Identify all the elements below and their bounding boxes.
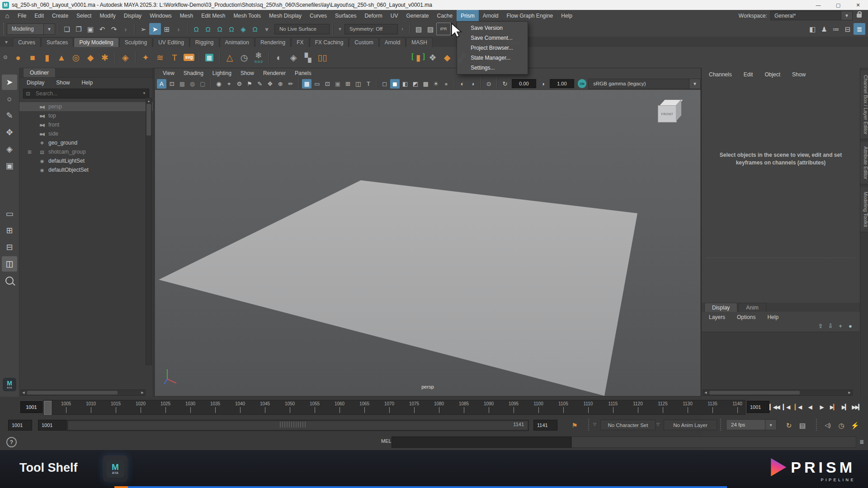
current-frame-field[interactable]: 1001: [747, 401, 769, 413]
shelf-tab-curves[interactable]: Curves: [13, 38, 41, 47]
toolbar-grip[interactable]: [719, 419, 722, 431]
viewport-menu-shading[interactable]: Shading: [179, 68, 208, 78]
panel-divider[interactable]: [706, 258, 855, 258]
panel-horizontal-scrollbar[interactable]: ◀ ▶: [703, 389, 853, 396]
playback-loop-icon[interactable]: ↻: [783, 419, 795, 431]
menu-mesh-display[interactable]: Mesh Display: [265, 10, 306, 21]
menu-cache[interactable]: Cache: [433, 10, 457, 21]
clip-editor-icon[interactable]: ▤: [797, 419, 808, 431]
shelf-tab-rigging[interactable]: Rigging: [190, 38, 219, 47]
shelf-tab-sculpting[interactable]: Sculpting: [119, 38, 152, 47]
motion-blur-icon[interactable]: ◑: [468, 79, 477, 89]
menu-set-selector[interactable]: Modeling ▼: [7, 23, 55, 35]
bookmark-add-icon[interactable]: ⚑: [569, 419, 580, 431]
multi-cut-icon[interactable]: ▮: [411, 50, 425, 65]
channel-box-toggle-icon[interactable]: ≔: [830, 23, 842, 35]
field-chart-icon[interactable]: ⊞: [343, 79, 353, 89]
character-set-arrow-icon[interactable]: ▽: [593, 422, 596, 427]
shelf-tab-fx-caching[interactable]: FX Caching: [310, 38, 349, 47]
scroll-left-icon[interactable]: ◀: [703, 391, 708, 394]
character-set-field[interactable]: No Character Set: [600, 420, 656, 430]
minimize-button[interactable]: —: [808, 0, 828, 10]
channelbox-menu-object[interactable]: Object: [764, 71, 780, 78]
mirror-icon[interactable]: ◈: [286, 50, 301, 65]
home-icon[interactable]: ⌂: [3, 11, 12, 20]
occlusion-icon[interactable]: ◐: [458, 79, 467, 89]
snap-point-icon[interactable]: Ω: [214, 23, 226, 35]
grease-pencil-icon[interactable]: ✎: [255, 79, 264, 89]
menu-windows[interactable]: Windows: [146, 10, 176, 21]
cached-playback-icon[interactable]: ◷: [835, 419, 847, 431]
render-current-frame-icon[interactable]: ▨: [425, 23, 436, 35]
super-shape-icon[interactable]: ✦: [138, 50, 153, 65]
target-weld-icon[interactable]: ❖: [425, 50, 440, 65]
channelbox-menu-edit[interactable]: Edit: [744, 71, 753, 78]
menu-curves[interactable]: Curves: [306, 10, 331, 21]
command-input[interactable]: [392, 436, 571, 448]
step-back-key-button[interactable]: ▎◀: [792, 401, 804, 413]
expand-icon[interactable]: ⊞: [28, 150, 31, 155]
pan-zoom-icon[interactable]: ✥: [265, 79, 275, 89]
all-lights-icon[interactable]: ☀: [431, 79, 441, 89]
go-to-end-button[interactable]: ▶▶▎: [851, 401, 863, 413]
inactive-icon-3[interactable]: ▢: [198, 79, 208, 89]
safe-title-icon[interactable]: T: [364, 79, 373, 89]
resolution-gate-icon[interactable]: ⊡: [323, 79, 332, 89]
menu-surfaces[interactable]: Surfaces: [331, 10, 360, 21]
viewport-3d-canvas[interactable]: FRONT persp: [155, 90, 700, 396]
symmetry-field[interactable]: Symmetry: Off: [344, 24, 398, 34]
layout-single-pane-icon[interactable]: ▭: [2, 206, 17, 221]
poly-disc-icon[interactable]: ✱: [98, 50, 112, 65]
layout-two-pane-icon[interactable]: ⊟: [2, 239, 17, 255]
poly-sphere-icon[interactable]: ●: [11, 50, 25, 65]
layout-four-pane-icon[interactable]: ⊞: [2, 223, 17, 238]
step-forward-key-button[interactable]: ▶▎: [827, 401, 839, 413]
shelf-options-icon[interactable]: ▾: [2, 38, 11, 47]
shelf-tab-uv-editing[interactable]: UV Editing: [153, 38, 189, 47]
prism-menu-item-save-comment-[interactable]: Save Comment...: [457, 33, 528, 43]
exposure-icon[interactable]: ↻: [500, 79, 509, 89]
mel-label[interactable]: MEL: [381, 438, 392, 444]
shelf-tab-arnold[interactable]: Arnold: [379, 38, 406, 47]
menu-display[interactable]: Display: [120, 10, 146, 21]
playback-end-field[interactable]: 1141: [533, 420, 557, 431]
menu-modify[interactable]: Modify: [95, 10, 119, 21]
chevron-down-icon[interactable]: ▼: [689, 79, 700, 89]
timeline-playhead[interactable]: [44, 401, 52, 415]
snap-curve-icon[interactable]: Ω: [202, 23, 214, 35]
save-scene-icon[interactable]: ▣: [85, 23, 96, 35]
toolbar-grip[interactable]: [587, 419, 590, 431]
outliner-item-side[interactable]: ■◀side: [19, 129, 153, 138]
move-layer-up-icon[interactable]: ⇧: [816, 322, 826, 330]
layer-menu-layers[interactable]: Layers: [709, 314, 725, 320]
platonic-solid-icon[interactable]: ◈: [118, 50, 132, 65]
open-scene-icon[interactable]: ❐: [73, 23, 85, 35]
scale-tool-icon[interactable]: ▣: [2, 158, 17, 174]
colorspace-select[interactable]: sRGB gamma (legacy)▼: [588, 79, 701, 89]
channelbox-menu-show[interactable]: Show: [792, 71, 806, 78]
toolbar-grip[interactable]: [2, 23, 5, 35]
collapse-arrow-icon[interactable]: ›: [173, 23, 184, 35]
move-tool-icon[interactable]: ✥: [2, 125, 17, 140]
panel-menu-icon[interactable]: A: [157, 79, 166, 89]
select-tool-icon[interactable]: ➤: [2, 75, 17, 90]
color-management-toggle[interactable]: ON: [578, 79, 587, 88]
poly-cube-icon[interactable]: ■: [25, 50, 40, 65]
combine-icon[interactable]: ▯▯: [315, 50, 330, 65]
quad-draw-icon[interactable]: ▚: [301, 50, 315, 65]
shelf-tab-custom[interactable]: Custom: [349, 38, 378, 47]
character-controls-toggle-icon[interactable]: ♟: [818, 23, 830, 35]
taskbar-maya-icon[interactable]: MAYA: [103, 455, 127, 482]
shadows-icon[interactable]: ●: [442, 79, 451, 89]
layer-tab-anim[interactable]: Anim: [738, 303, 766, 312]
wireframe-on-shaded-icon[interactable]: ◧: [401, 79, 410, 89]
outliner-item-geo_ground[interactable]: ❖geo_ground: [19, 138, 153, 147]
outliner-item-defaultLightSet[interactable]: ◉defaultLightSet: [19, 156, 153, 165]
new-scene-icon[interactable]: ❏: [61, 23, 73, 35]
help-icon[interactable]: ?: [6, 437, 17, 447]
inactive-icon-1[interactable]: ▩: [177, 79, 187, 89]
outliner-menu-display[interactable]: Display: [27, 80, 44, 86]
camera-attributes-icon[interactable]: ⚙: [235, 79, 244, 89]
menu-edit-mesh[interactable]: Edit Mesh: [197, 10, 229, 21]
viewport-menu-renderer[interactable]: Renderer: [259, 68, 290, 78]
